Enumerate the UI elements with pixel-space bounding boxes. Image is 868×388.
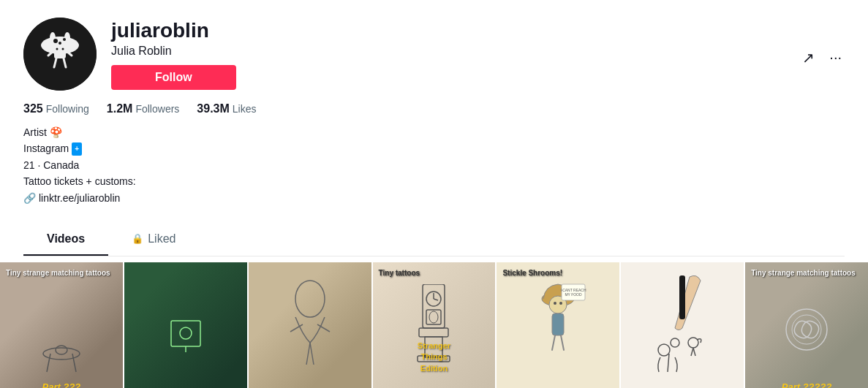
video-card[interactable]: Tiny strange matching tattoos Part ??? ▷… [0,262,123,388]
svg-line-41 [561,335,564,350]
video-card[interactable]: Tiny tattoos Stranger ThingsEdition ▷ 21… [373,262,496,388]
tabs-section: Videos 🔒 Liked [23,224,845,256]
bio-line-3: 21 · Canada [23,157,845,173]
username: juliaroblin [111,18,785,43]
following-count: 325 [23,102,43,115]
share-icon[interactable]: ↗ [799,46,818,69]
tab-videos[interactable]: Videos [23,224,108,256]
video-overlay-top: Tiny strange matching tattoos [751,268,862,278]
svg-line-22 [306,343,310,365]
svg-point-8 [56,48,59,50]
following-stat[interactable]: 325 Following [23,102,89,115]
svg-point-54 [792,315,821,344]
video-center-text: Stranger ThingsEdition [404,341,465,374]
profile-section: juliaroblin Julia Roblin Follow ↗ ··· 32… [0,0,868,256]
svg-line-23 [310,343,314,365]
video-overlay-bottom: Part ??? [42,381,81,388]
bio-section: Artist 🍄 Instagram + 21 · Canada Tattoo … [23,124,845,206]
svg-rect-46 [679,275,685,319]
video-card[interactable]: ▷ 57.4K What song would save yo... [249,262,371,388]
svg-point-37 [554,302,556,305]
svg-point-14 [43,348,80,360]
header-actions: ↗ ··· [799,39,845,69]
followers-stat[interactable]: 1.2M Followers [107,102,179,115]
svg-point-31 [429,311,438,323]
video-card[interactable]: ▷ 74.8K #ad Check out my tempor... [621,262,744,388]
video-overlay-top: Tiny strange matching tattoos [6,268,117,278]
video-overlay-bottom: Part ????? [782,381,832,388]
likes-label: Likes [233,103,257,115]
video-card[interactable]: Stickle Shrooms! I CANT REACH MY FO [497,262,619,388]
svg-point-9 [62,48,64,50]
profile-info: juliaroblin Julia Roblin Follow [111,18,785,90]
svg-point-47 [658,344,670,356]
svg-point-50 [688,338,698,348]
svg-rect-2 [54,45,66,58]
stats-row: 325 Following 1.2M Followers 39.3M Likes [23,102,845,115]
svg-point-5 [53,39,58,43]
followers-label: Followers [135,103,179,115]
svg-line-15 [47,354,50,372]
svg-point-19 [180,327,192,339]
svg-line-40 [552,335,555,350]
svg-line-49 [668,354,669,372]
svg-point-48 [671,338,679,347]
bio-link[interactable]: 🔗 linktr.ee/juliaroblin [23,190,845,206]
followers-count: 1.2M [107,102,133,115]
bio-line-4: Tattoo tickets + customs: [23,173,845,189]
video-card[interactable]: Tiny strange matching tattoos Part ?????… [745,262,868,388]
svg-point-4 [64,32,70,44]
video-overlay-top: Tiny tattoos [379,268,490,278]
svg-point-7 [59,42,61,45]
bio-line-1: Artist 🍄 [23,124,845,140]
follow-button[interactable]: Follow [111,65,236,90]
videos-grid: Tiny strange matching tattoos Part ??? ▷… [0,256,868,388]
likes-count: 39.3M [197,102,229,115]
svg-point-38 [559,302,562,305]
link-icon: 🔗 [23,190,36,206]
svg-text:MY FOOD: MY FOOD [565,292,583,297]
svg-point-6 [63,38,66,41]
profile-header: juliaroblin Julia Roblin Follow ↗ ··· [23,18,845,91]
video-card[interactable]: ▷ 22K NEW HOODIES, TONIGHT... [124,262,247,388]
svg-rect-30 [426,310,441,324]
following-label: Following [46,103,89,115]
svg-rect-39 [552,313,564,335]
svg-rect-32 [419,328,448,337]
display-name: Julia Roblin [111,45,785,58]
bio-line-2: Instagram + [23,140,845,156]
instagram-badge: + [72,142,82,156]
svg-line-51 [691,348,693,356]
svg-point-17 [56,346,67,354]
svg-point-21 [295,281,325,317]
likes-stat: 39.3M Likes [197,102,256,115]
more-options-icon[interactable]: ··· [826,46,845,69]
svg-line-29 [434,299,438,300]
lock-icon: 🔒 [132,233,143,244]
svg-rect-18 [171,321,200,346]
svg-line-52 [693,348,695,356]
tab-liked[interactable]: 🔒 Liked [108,224,199,256]
svg-line-16 [72,354,76,372]
avatar [23,18,97,91]
